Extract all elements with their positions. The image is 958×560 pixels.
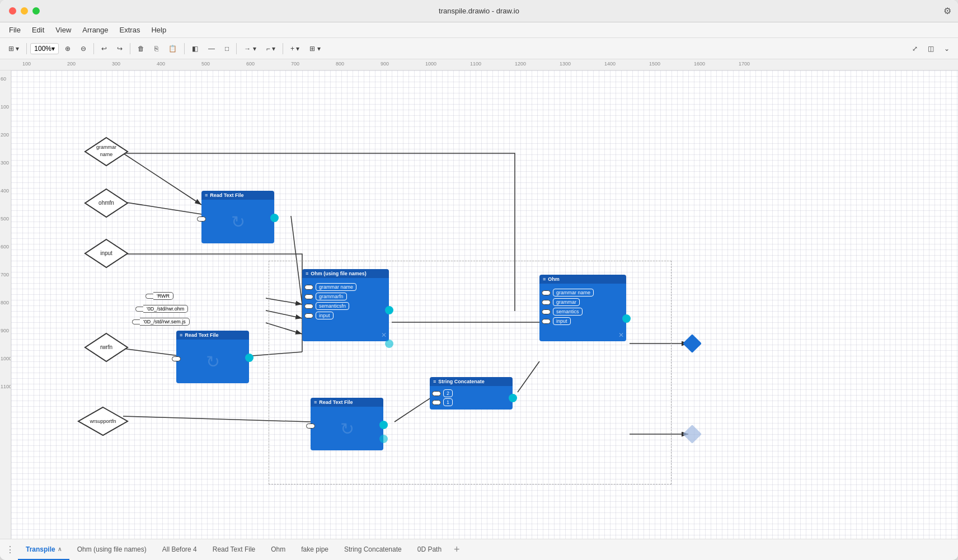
add-tab-button[interactable]: + bbox=[449, 539, 464, 560]
ohm-fn-label: Ohm (using file names) bbox=[311, 271, 367, 276]
node-ohm-file-names[interactable]: ≡ Ohm (using file names) grammar name gr… bbox=[302, 269, 389, 381]
titlebar: transpile.drawio - draw.io ⚙ bbox=[0, 0, 958, 22]
expand-button[interactable]: ⤢ bbox=[908, 43, 922, 55]
node-diamond-blue-1[interactable] bbox=[685, 337, 699, 350]
menu-arrange[interactable]: Arrange bbox=[78, 25, 112, 35]
svg-line-0 bbox=[123, 153, 201, 205]
tab-read-text-file[interactable]: Read Text File bbox=[205, 539, 263, 560]
ruler-num: 1300 bbox=[560, 61, 571, 67]
tabs-bar: ⋮ Transpile ∧ Ohm (using file names) All… bbox=[0, 539, 958, 560]
toolbar: ⊞ ▾ 100% ▾ ⊕ ⊖ ↩ ↪ 🗑 ⎘ 📋 ◧ — □ → ▾ ⌐ ▾ +… bbox=[0, 38, 958, 59]
zoom-in-button[interactable]: ⊕ bbox=[61, 43, 74, 55]
menu-extras[interactable]: Extras bbox=[115, 25, 145, 35]
ohm-label: Ohm bbox=[548, 276, 560, 282]
separator-2 bbox=[93, 43, 94, 54]
tab-fake-pipe[interactable]: fake pipe bbox=[293, 539, 336, 560]
ruler-num: 1600 bbox=[694, 61, 705, 67]
ruler-num: 600 bbox=[246, 61, 255, 67]
zoom-control[interactable]: 100% ▾ bbox=[30, 43, 59, 54]
paste-button[interactable]: 📋 bbox=[165, 43, 181, 55]
menu-help[interactable]: Help bbox=[147, 25, 171, 35]
canvas-area: 100 200 300 400 500 600 700 800 900 1000… bbox=[0, 59, 958, 539]
ruler-num: 800 bbox=[1, 300, 9, 305]
ruler-num: 60 bbox=[1, 76, 6, 82]
sidebar-toggle-button[interactable]: ⊞ ▾ bbox=[4, 43, 23, 55]
rtf2-label: Read Text File bbox=[185, 332, 218, 338]
separator-3 bbox=[130, 43, 130, 54]
tab-string-concat[interactable]: String Concatenate bbox=[336, 539, 410, 560]
fill-button[interactable]: ◧ bbox=[188, 43, 202, 55]
undo-button[interactable]: ↩ bbox=[97, 43, 111, 55]
add-button[interactable]: + ▾ bbox=[287, 43, 303, 55]
table-button[interactable]: ⊞ ▾ bbox=[306, 43, 324, 55]
ruler-num: 500 bbox=[1, 216, 9, 222]
ruler-num: 900 bbox=[381, 61, 389, 67]
zoom-dropdown-icon: ▾ bbox=[51, 45, 55, 53]
rtf1-label: Read Text File bbox=[210, 192, 243, 198]
ruler-num: 200 bbox=[1, 132, 9, 138]
canvas[interactable]: grammar name ohmfn input bbox=[11, 70, 958, 539]
menu-edit[interactable]: Edit bbox=[27, 25, 49, 35]
tab-od-path[interactable]: 0D Path bbox=[410, 539, 449, 560]
delete-button[interactable]: 🗑 bbox=[134, 43, 148, 55]
close-button[interactable] bbox=[9, 7, 16, 15]
ruler-num: 500 bbox=[201, 61, 210, 67]
ruler-num: 400 bbox=[1, 188, 9, 194]
titlebar-buttons bbox=[9, 7, 40, 15]
ruler-num: 400 bbox=[157, 61, 165, 67]
svg-line-3 bbox=[123, 416, 311, 422]
svg-text:rwrfn: rwrfn bbox=[100, 344, 112, 350]
ruler-left: 60 100 200 300 400 500 600 700 800 900 1… bbox=[0, 70, 11, 539]
main-window: transpile.drawio - draw.io ⚙ File Edit V… bbox=[0, 0, 958, 560]
minimize-button[interactable] bbox=[21, 7, 28, 15]
copy-button[interactable]: ⎘ bbox=[151, 43, 162, 55]
panel-button[interactable]: ◫ bbox=[924, 43, 938, 55]
node-diamond-blue-2[interactable] bbox=[685, 427, 699, 441]
node-string-concat[interactable]: ≡ String Concatenate 2 1 bbox=[430, 377, 513, 419]
ruler-num: 600 bbox=[1, 244, 9, 250]
svg-text:ohmfn: ohmfn bbox=[98, 200, 114, 206]
connector-button[interactable]: ⌐ ▾ bbox=[262, 43, 279, 55]
collapse-button[interactable]: ⌄ bbox=[940, 43, 954, 55]
line-button[interactable]: — bbox=[204, 43, 219, 55]
pill-sem-path[interactable]: '0D_/std/rwr.sem.js bbox=[132, 318, 190, 326]
ruler-num: 800 bbox=[336, 61, 344, 67]
node-wrsupportfn[interactable]: wrsupportfn bbox=[77, 406, 129, 436]
arrow-button[interactable]: → ▾ bbox=[240, 43, 260, 55]
svg-line-1 bbox=[123, 202, 213, 216]
node-input[interactable]: input bbox=[84, 238, 129, 269]
node-ohmfn[interactable]: ohmfn bbox=[84, 188, 129, 218]
node-read-text-file-2[interactable]: ≡ Read Text File ↻ bbox=[176, 331, 249, 387]
tab-ohm-file-names[interactable]: Ohm (using file names) bbox=[69, 539, 154, 560]
node-grammar-name[interactable]: grammar name bbox=[84, 137, 129, 167]
tab-menu-button[interactable]: ⋮ bbox=[2, 539, 18, 560]
svg-line-6 bbox=[266, 298, 302, 304]
zoom-out-button[interactable]: ⊖ bbox=[77, 43, 90, 55]
svg-text:grammar: grammar bbox=[96, 144, 116, 150]
ruler-num: 700 bbox=[1, 272, 9, 277]
pill-rwr[interactable]: 'RWR bbox=[145, 292, 173, 300]
node-read-text-file-1[interactable]: ≡ Read Text File ↻ bbox=[201, 191, 274, 247]
node-ohm[interactable]: ≡ Ohm grammar name grammar bbox=[539, 275, 626, 378]
ruler-num: 700 bbox=[291, 61, 299, 67]
menu-file[interactable]: File bbox=[4, 25, 25, 35]
redo-button[interactable]: ↪ bbox=[113, 43, 126, 55]
ruler-num: 1000 bbox=[425, 61, 436, 67]
tab-ohm[interactable]: Ohm bbox=[263, 539, 293, 560]
pill-ohm-path[interactable]: '0D_/std/rwr.ohm bbox=[135, 305, 188, 313]
menu-view[interactable]: View bbox=[51, 25, 76, 35]
ruler-num: 900 bbox=[1, 328, 9, 333]
maximize-button[interactable] bbox=[32, 7, 40, 15]
node-read-text-file-3[interactable]: ≡ Read Text File ↻ bbox=[311, 398, 383, 454]
tab-transpile[interactable]: Transpile ∧ bbox=[18, 539, 69, 560]
ruler-num: 1000 bbox=[1, 356, 11, 361]
ruler-num: 100 bbox=[22, 61, 31, 67]
tab-all-before-4[interactable]: All Before 4 bbox=[154, 539, 205, 560]
shape-button[interactable]: □ bbox=[221, 43, 233, 55]
rtf3-label: Read Text File bbox=[319, 399, 353, 405]
tab-arrow-icon: ∧ bbox=[58, 546, 62, 552]
settings-icon[interactable]: ⚙ bbox=[943, 6, 951, 16]
node-rwrfn[interactable]: rwrfn bbox=[84, 332, 129, 363]
svg-text:name: name bbox=[100, 152, 113, 157]
ruler-num: 300 bbox=[112, 61, 120, 67]
